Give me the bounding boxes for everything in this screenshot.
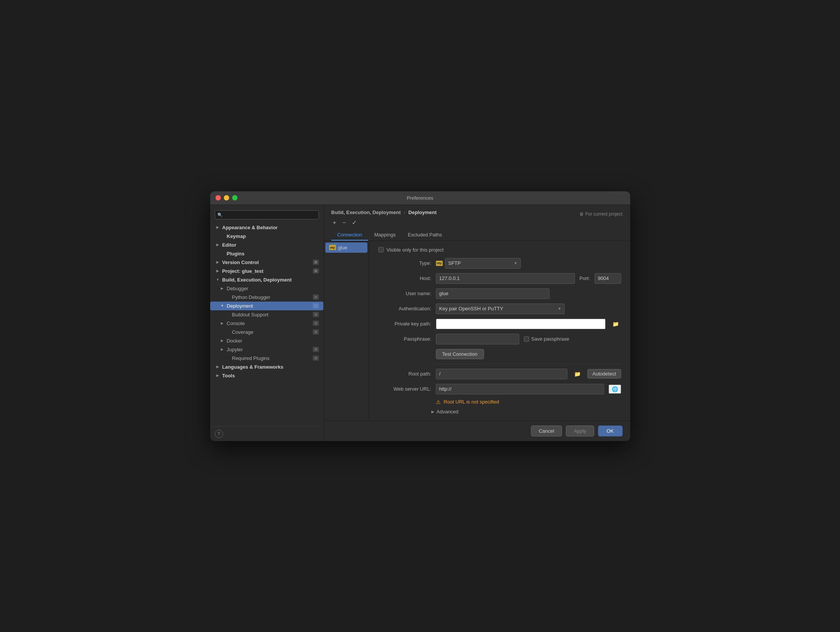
warning-text: Root URL is not specified	[444, 399, 499, 405]
globe-button[interactable]: 🌐	[609, 385, 621, 394]
browse-key-button[interactable]: 📁	[610, 320, 621, 328]
type-select-wrap: sftp SFTP ▼	[436, 258, 521, 269]
sidebar-item-plugins[interactable]: Plugins	[210, 249, 324, 258]
sidebar-item-label: Appearance & Behavior	[222, 225, 278, 230]
root-path-row: Root path: 📁 Autodetect	[378, 369, 621, 379]
username-input[interactable]	[436, 288, 549, 299]
root-path-label: Root path:	[378, 371, 431, 377]
apply-button[interactable]: Apply	[566, 426, 594, 437]
search-input[interactable]	[215, 210, 319, 219]
sidebar-item-label: Coverage	[232, 329, 253, 335]
type-select[interactable]: SFTP	[445, 258, 521, 269]
type-label: Type:	[378, 260, 431, 266]
search-bar: 🔍	[210, 208, 324, 223]
visible-only-label: Visible only for this project	[387, 247, 444, 253]
sidebar-item-project[interactable]: ▶ Project: glue_test ⊞	[210, 267, 324, 276]
sidebar-item-appearance[interactable]: ▶ Appearance & Behavior	[210, 223, 324, 232]
autodetect-button[interactable]: Autodetect	[587, 369, 621, 379]
sidebar-item-debugger[interactable]: ▶ Debugger	[210, 284, 324, 293]
badge-icon: ⊞	[313, 260, 319, 265]
add-server-button[interactable]: +	[332, 219, 338, 227]
breadcrumb-sep: ›	[404, 209, 405, 215]
badge-icon: ⊞	[313, 295, 319, 300]
save-passphrase-row: Save passphrase	[524, 336, 569, 342]
host-row: Host: Port:	[378, 273, 621, 284]
divider	[431, 364, 621, 364]
advanced-row[interactable]: ▶ Advanced	[431, 409, 621, 415]
ok-button[interactable]: OK	[598, 426, 623, 437]
sidebar-item-python-debugger[interactable]: Python Debugger ⊞	[210, 293, 324, 302]
tab-label: Excluded Paths	[408, 232, 442, 238]
sidebar-item-label: Languages & Frameworks	[222, 364, 284, 370]
badge-icon: ⊞	[313, 355, 319, 361]
tab-mappings[interactable]: Mappings	[368, 230, 401, 241]
save-passphrase-checkbox[interactable]	[524, 336, 529, 342]
type-sftp-icon: sftp	[436, 261, 443, 266]
sidebar-footer: ?	[210, 426, 324, 441]
sidebar-item-label: Docker	[227, 338, 242, 344]
sidebar-item-required-plugins[interactable]: Required Plugins ⊞	[210, 354, 324, 363]
private-key-row: Private key path: 📁	[378, 318, 621, 329]
apply-button[interactable]: ✓	[350, 219, 358, 227]
visible-only-checkbox[interactable]	[378, 247, 384, 252]
web-url-label: Web server URL:	[378, 386, 431, 392]
root-path-input[interactable]	[436, 369, 568, 379]
sidebar-item-tools[interactable]: ▶ Tools	[210, 371, 324, 380]
auth-select[interactable]: Key pair OpenSSH or PuTTY	[436, 304, 565, 314]
help-button[interactable]: ?	[215, 430, 223, 438]
sidebar: 🔍 ▶ Appearance & Behavior Keymap ▶ Edito…	[210, 205, 324, 441]
port-label: Port:	[579, 276, 590, 281]
username-label: User name:	[378, 291, 431, 296]
maximize-button[interactable]	[232, 195, 237, 200]
server-list: sftp glue	[324, 241, 369, 421]
toolbar: + − ✓	[332, 219, 623, 227]
sidebar-item-label: Version Control	[222, 260, 259, 265]
visible-checkbox-row: Visible only for this project	[378, 247, 621, 253]
passphrase-input[interactable]	[436, 334, 519, 344]
sidebar-item-build[interactable]: ▼ Build, Execution, Deployment	[210, 276, 324, 284]
server-item-glue[interactable]: sftp glue	[325, 242, 367, 253]
sidebar-item-docker[interactable]: ▶ Docker	[210, 336, 324, 345]
warning-icon: ⚠	[436, 399, 441, 405]
badge-icon: ⊞	[313, 268, 319, 274]
preferences-window: Preferences 🔍 ▶ Appearance & Behavior Ke…	[210, 191, 630, 441]
sidebar-item-label: Jupyter	[227, 347, 243, 352]
main-content: 🔍 ▶ Appearance & Behavior Keymap ▶ Edito…	[210, 205, 630, 441]
sidebar-item-deployment[interactable]: ▼ Deployment ⊞	[210, 302, 324, 310]
sidebar-item-buildout[interactable]: Buildout Support ⊞	[210, 310, 324, 319]
auth-row: Authentication: Key pair OpenSSH or PuTT…	[378, 304, 621, 314]
panel-content: sftp glue Visible only for this project …	[324, 241, 630, 421]
tab-excluded-paths[interactable]: Excluded Paths	[402, 230, 448, 241]
sidebar-item-editor[interactable]: ▶ Editor	[210, 241, 324, 249]
sidebar-item-label: Keymap	[227, 233, 246, 239]
auth-select-wrap: Key pair OpenSSH or PuTTY ▼	[436, 304, 565, 314]
search-wrap: 🔍	[215, 210, 319, 219]
host-input[interactable]	[436, 273, 575, 284]
sidebar-item-keymap[interactable]: Keymap	[210, 232, 324, 241]
cancel-button[interactable]: Cancel	[531, 426, 562, 437]
port-input[interactable]	[595, 273, 621, 284]
tab-connection[interactable]: Connection	[332, 230, 368, 241]
for-current-project: 🖥 For current project	[579, 211, 622, 217]
private-key-input[interactable]	[436, 318, 606, 329]
minimize-button[interactable]	[224, 195, 229, 200]
sidebar-item-label: Console	[227, 320, 245, 326]
passphrase-label: Passphrase:	[378, 336, 431, 342]
sidebar-item-console[interactable]: ▶ Console ⊞	[210, 319, 324, 328]
right-panel: Build, Execution, Deployment › Deploymen…	[324, 205, 630, 441]
badge-icon: ⊞	[313, 329, 319, 334]
remove-server-button[interactable]: −	[341, 219, 347, 227]
web-url-input[interactable]	[436, 384, 604, 394]
close-button[interactable]	[215, 195, 221, 200]
breadcrumb: Build, Execution, Deployment › Deploymen…	[332, 209, 437, 215]
sidebar-item-jupyter[interactable]: ▶ Jupyter ⊞	[210, 345, 324, 354]
tab-label: Mappings	[374, 232, 395, 238]
window-title: Preferences	[407, 195, 433, 201]
test-connection-button[interactable]: Test Connection	[436, 349, 484, 359]
web-url-row: Web server URL: 🌐	[378, 384, 621, 394]
sidebar-item-coverage[interactable]: Coverage ⊞	[210, 328, 324, 336]
browse-root-button[interactable]: 📁	[572, 370, 583, 378]
sidebar-item-version-control[interactable]: ▶ Version Control ⊞	[210, 258, 324, 267]
badge-icon: ⊞	[313, 347, 319, 352]
sidebar-item-languages[interactable]: ▶ Languages & Frameworks	[210, 363, 324, 371]
